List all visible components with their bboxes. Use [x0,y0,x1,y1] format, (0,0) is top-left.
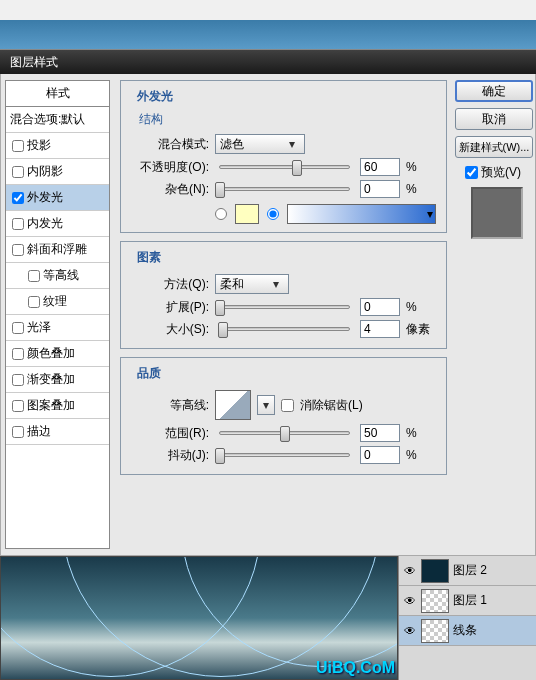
antialias-checkbox[interactable] [281,399,294,412]
style-item[interactable]: 描边 [6,419,109,445]
style-item[interactable]: 内发光 [6,211,109,237]
jitter-unit: % [406,448,436,462]
range-input[interactable] [360,424,400,442]
style-item[interactable]: 图案叠加 [6,393,109,419]
style-checkbox[interactable] [28,270,40,282]
blend-mode-label: 混合模式: [131,136,209,153]
style-item[interactable]: 投影 [6,133,109,159]
style-checkbox[interactable] [12,426,24,438]
style-label: 投影 [27,137,51,154]
quality-fieldset: 品质 等高线: ▾ 消除锯齿(L) 范围(R): % 抖动(J): % [120,357,447,475]
style-checkbox[interactable] [12,400,24,412]
style-checkbox[interactable] [12,322,24,334]
size-input[interactable] [360,320,400,338]
opacity-input[interactable] [360,158,400,176]
style-checkbox[interactable] [12,192,24,204]
size-label: 大小(S): [131,321,209,338]
visibility-icon[interactable]: 👁 [403,624,417,638]
style-checkbox[interactable] [12,166,24,178]
style-item[interactable]: 颜色叠加 [6,341,109,367]
chevron-down-icon: ▾ [427,207,433,221]
style-checkbox[interactable] [12,348,24,360]
style-checkbox[interactable] [12,374,24,386]
range-label: 范围(R): [131,425,209,442]
elements-fieldset: 图素 方法(Q): 柔和 ▾ 扩展(P): % 大小(S): 像素 [120,241,447,349]
style-checkbox[interactable] [12,218,24,230]
contour-dropdown[interactable]: ▾ [257,395,275,415]
preview-checkbox[interactable] [465,166,478,179]
range-slider[interactable] [219,431,350,435]
dialog-body: 样式 混合选项:默认 投影内阴影外发光内发光斜面和浮雕等高线纹理光泽颜色叠加渐变… [0,74,536,556]
style-checkbox[interactable] [12,244,24,256]
styles-header: 样式 [6,81,109,107]
new-style-button[interactable]: 新建样式(W)... [455,136,533,158]
workspace-bottom: UiBQ.CoM 👁 图层 2👁 图层 1👁 线条 [0,556,536,680]
layer-name: 图层 2 [453,562,487,579]
chevron-down-icon: ▾ [268,277,284,291]
noise-unit: % [406,182,436,196]
preview-swatch [471,187,523,239]
style-label: 图案叠加 [27,397,75,414]
ok-button[interactable]: 确定 [455,80,533,102]
contour-label: 等高线: [131,397,209,414]
style-checkbox[interactable] [12,140,24,152]
layer-thumbnail[interactable] [421,619,449,643]
document-ruler-preview [0,0,536,50]
spread-input[interactable] [360,298,400,316]
visibility-icon[interactable]: 👁 [403,564,417,578]
size-unit: 像素 [406,321,436,338]
quality-title: 品质 [133,365,165,382]
contour-picker[interactable] [215,390,251,420]
style-item[interactable]: 纹理 [6,289,109,315]
outer-glow-fieldset: 外发光 结构 混合模式: 滤色 ▾ 不透明度(O): % 杂色(N): % [120,80,447,233]
canvas-preview[interactable]: UiBQ.CoM [0,556,398,680]
spread-slider[interactable] [219,305,350,309]
style-label: 颜色叠加 [27,345,75,362]
layer-name: 线条 [453,622,477,639]
jitter-slider[interactable] [219,453,350,457]
layer-thumbnail[interactable] [421,589,449,613]
technique-select[interactable]: 柔和 ▾ [215,274,289,294]
blend-mode-select[interactable]: 滤色 ▾ [215,134,305,154]
opacity-slider[interactable] [219,165,350,169]
style-label: 斜面和浮雕 [27,241,87,258]
jitter-input[interactable] [360,446,400,464]
layer-row[interactable]: 👁 图层 2 [399,556,536,586]
dialog-buttons-panel: 确定 取消 新建样式(W)... 预览(V) [453,74,535,555]
style-label: 描边 [27,423,51,440]
opacity-label: 不透明度(O): [131,159,209,176]
layer-row[interactable]: 👁 图层 1 [399,586,536,616]
style-item[interactable]: 渐变叠加 [6,367,109,393]
preview-label: 预览(V) [481,164,521,181]
style-item[interactable]: 斜面和浮雕 [6,237,109,263]
style-item[interactable]: 内阴影 [6,159,109,185]
effect-settings-panel: 外发光 结构 混合模式: 滤色 ▾ 不透明度(O): % 杂色(N): % [114,74,453,555]
visibility-icon[interactable]: 👁 [403,594,417,608]
solid-color-radio[interactable] [215,208,227,220]
layer-name: 图层 1 [453,592,487,609]
style-item[interactable]: 外发光 [6,185,109,211]
gradient-radio[interactable] [267,208,279,220]
style-label: 外发光 [27,189,63,206]
structure-title: 结构 [139,111,436,128]
style-item[interactable]: 等高线 [6,263,109,289]
style-item[interactable]: 光泽 [6,315,109,341]
style-checkbox[interactable] [28,296,40,308]
gradient-picker[interactable]: ▾ [287,204,436,224]
layer-thumbnail[interactable] [421,559,449,583]
chevron-down-icon: ▾ [284,137,300,151]
style-label: 光泽 [27,319,51,336]
noise-slider[interactable] [219,187,350,191]
elements-title: 图素 [133,249,165,266]
layer-row[interactable]: 👁 线条 [399,616,536,646]
style-label: 等高线 [43,267,79,284]
solid-color-swatch[interactable] [235,204,259,224]
layers-panel: 👁 图层 2👁 图层 1👁 线条 [398,556,536,680]
cancel-button[interactable]: 取消 [455,108,533,130]
blend-options-item[interactable]: 混合选项:默认 [6,107,109,133]
noise-input[interactable] [360,180,400,198]
dialog-title-bar: 图层样式 [0,50,536,74]
size-slider[interactable] [219,327,350,331]
style-label: 渐变叠加 [27,371,75,388]
styles-list-panel: 样式 混合选项:默认 投影内阴影外发光内发光斜面和浮雕等高线纹理光泽颜色叠加渐变… [5,80,110,549]
